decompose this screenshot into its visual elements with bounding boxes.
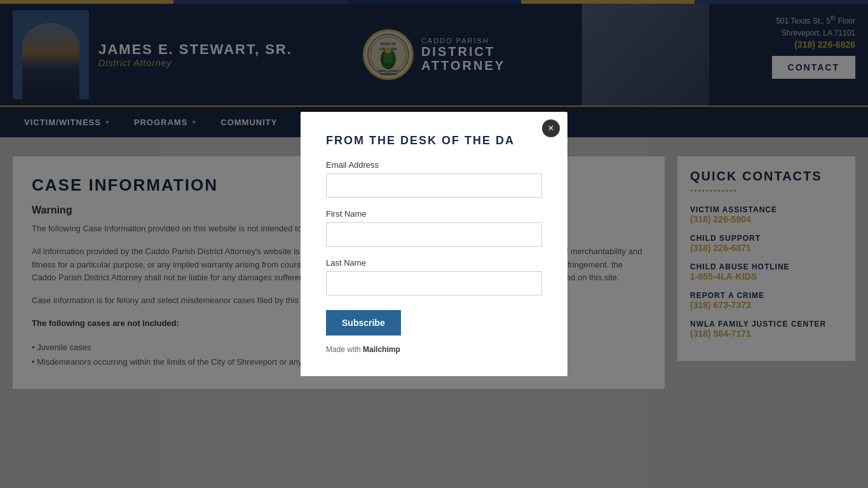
email-input[interactable] [326,173,542,198]
modal-title: FROM THE DESK OF THE DA [326,134,542,147]
subscribe-button[interactable]: Subscribe [326,310,401,336]
mailchimp-logo: Mailchimp [363,345,400,354]
first-name-label: First Name [326,209,542,219]
last-name-input[interactable] [326,271,542,295]
made-with-text: Made with [326,345,361,354]
mailchimp-footer: Made with Mailchimp [326,345,542,354]
last-name-label: Last Name [326,258,542,268]
modal-overlay[interactable]: × FROM THE DESK OF THE DA Email Address … [0,0,868,408]
email-form-group: Email Address [326,160,542,198]
first-name-form-group: First Name [326,209,542,247]
first-name-input[interactable] [326,222,542,247]
last-name-form-group: Last Name [326,258,542,295]
modal-close-button[interactable]: × [542,119,560,137]
email-label: Email Address [326,160,542,170]
modal-dialog: × FROM THE DESK OF THE DA Email Address … [301,112,567,376]
